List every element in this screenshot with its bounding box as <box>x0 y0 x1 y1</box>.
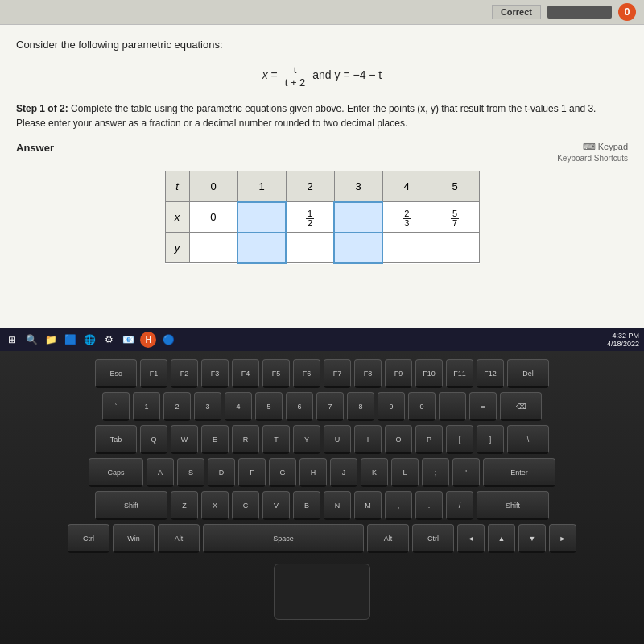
key-p[interactable]: P <box>415 425 443 454</box>
key-minus[interactable]: - <box>439 392 466 421</box>
key-caps[interactable]: Caps <box>89 458 143 487</box>
key-y[interactable]: Y <box>293 425 320 454</box>
edge-icon[interactable]: 🌐 <box>82 332 97 347</box>
key-m[interactable]: M <box>354 491 382 520</box>
key-backspace[interactable]: ⌫ <box>500 392 542 421</box>
touchpad[interactable] <box>274 564 370 620</box>
key-backslash[interactable]: \ <box>507 425 549 454</box>
key-0[interactable]: 0 <box>408 392 436 421</box>
key-d[interactable]: D <box>208 458 235 487</box>
app3-icon[interactable]: H <box>140 332 156 348</box>
key-tab[interactable]: Tab <box>95 425 137 454</box>
key-t[interactable]: T <box>262 425 290 454</box>
key-f9[interactable]: F9 <box>385 359 412 388</box>
key-slash[interactable]: / <box>446 491 473 520</box>
key-lbracket[interactable]: [ <box>446 425 473 454</box>
key-f3[interactable]: F3 <box>201 359 229 388</box>
step-label: Step 1 of 2: <box>16 103 68 114</box>
key-6[interactable]: 6 <box>286 392 313 421</box>
key-arrow-up[interactable]: ▲ <box>488 524 515 553</box>
keypad-area[interactable]: ⌨ Keypad Keyboard Shortcuts <box>557 142 628 163</box>
key-equals[interactable]: = <box>469 392 497 421</box>
x-input-1[interactable] <box>237 202 286 233</box>
key-2[interactable]: 2 <box>163 392 191 421</box>
key-semicolon[interactable]: ; <box>422 458 449 487</box>
key-f12[interactable]: F12 <box>477 359 504 388</box>
key-g[interactable]: G <box>269 458 296 487</box>
key-b[interactable]: B <box>293 491 320 520</box>
key-f4[interactable]: F4 <box>232 359 259 388</box>
key-arrow-left[interactable]: ◄ <box>457 524 485 553</box>
key-f10[interactable]: F10 <box>415 359 443 388</box>
key-s[interactable]: S <box>177 458 204 487</box>
key-shift-left[interactable]: Shift <box>95 491 167 520</box>
search-icon[interactable]: 🔍 <box>24 332 39 347</box>
key-1[interactable]: 1 <box>133 392 160 421</box>
key-a[interactable]: A <box>147 458 174 487</box>
key-space[interactable]: Space <box>203 524 364 553</box>
key-8[interactable]: 8 <box>347 392 374 421</box>
y-input-3[interactable] <box>334 233 382 263</box>
key-arrow-right[interactable]: ► <box>549 524 576 553</box>
zxcv-row: Shift Z X C V B N M , . / Shift <box>95 491 549 520</box>
key-del[interactable]: Del <box>507 359 549 388</box>
store-icon[interactable]: 🟦 <box>63 332 77 347</box>
x-fraction-4: 2 3 <box>402 209 411 228</box>
key-c[interactable]: C <box>232 491 259 520</box>
key-ctrl-right[interactable]: Ctrl <box>412 524 454 553</box>
key-f2[interactable]: F2 <box>171 359 198 388</box>
y-row: y <box>165 233 479 263</box>
key-backtick[interactable]: ` <box>102 392 130 421</box>
key-9[interactable]: 9 <box>378 392 405 421</box>
key-period[interactable]: . <box>415 491 443 520</box>
windows-icon[interactable]: ⊞ <box>5 332 19 347</box>
chrome-icon[interactable]: 🔵 <box>161 332 175 347</box>
key-k[interactable]: K <box>361 458 388 487</box>
app1-icon[interactable]: ⚙ <box>101 332 116 347</box>
key-j[interactable]: J <box>330 458 357 487</box>
key-ctrl-left[interactable]: Ctrl <box>68 524 109 553</box>
y-input-1[interactable] <box>237 233 286 263</box>
key-alt-left[interactable]: Alt <box>158 524 200 553</box>
app2-icon[interactable]: 📧 <box>121 332 135 347</box>
key-l[interactable]: L <box>391 458 419 487</box>
key-n[interactable]: N <box>324 491 351 520</box>
key-x[interactable]: X <box>201 491 229 520</box>
key-4[interactable]: 4 <box>225 392 252 421</box>
key-alt-right[interactable]: Alt <box>367 524 409 553</box>
key-f1[interactable]: F1 <box>140 359 167 388</box>
key-f11[interactable]: F11 <box>446 359 473 388</box>
x-input-3[interactable] <box>334 202 382 233</box>
key-5[interactable]: 5 <box>255 392 283 421</box>
fraction-numerator: t <box>291 64 299 76</box>
asdf-row: Caps A S D F G H J K L ; ' Enter <box>89 458 555 487</box>
key-win[interactable]: Win <box>113 524 155 553</box>
key-z[interactable]: Z <box>171 491 198 520</box>
key-arrow-down[interactable]: ▼ <box>518 524 546 553</box>
progress-bar <box>547 6 612 19</box>
key-f6[interactable]: F6 <box>293 359 320 388</box>
file-explorer-icon[interactable]: 📁 <box>43 332 58 347</box>
key-o[interactable]: O <box>385 425 412 454</box>
key-i[interactable]: I <box>354 425 382 454</box>
key-q[interactable]: Q <box>140 425 167 454</box>
key-f7[interactable]: F7 <box>324 359 351 388</box>
key-f[interactable]: F <box>238 458 266 487</box>
key-e[interactable]: E <box>201 425 229 454</box>
key-comma[interactable]: , <box>385 491 412 520</box>
key-3[interactable]: 3 <box>194 392 221 421</box>
key-f8[interactable]: F8 <box>354 359 382 388</box>
t-val-3: 3 <box>334 171 382 202</box>
key-v[interactable]: V <box>262 491 290 520</box>
key-h[interactable]: H <box>299 458 327 487</box>
key-esc[interactable]: Esc <box>95 359 137 388</box>
key-r[interactable]: R <box>232 425 259 454</box>
key-7[interactable]: 7 <box>316 392 344 421</box>
key-rbracket[interactable]: ] <box>477 425 504 454</box>
key-w[interactable]: W <box>171 425 198 454</box>
key-u[interactable]: U <box>324 425 351 454</box>
key-enter[interactable]: Enter <box>483 458 555 487</box>
key-shift-right[interactable]: Shift <box>477 491 549 520</box>
key-f5[interactable]: F5 <box>262 359 290 388</box>
key-quote[interactable]: ' <box>452 458 480 487</box>
